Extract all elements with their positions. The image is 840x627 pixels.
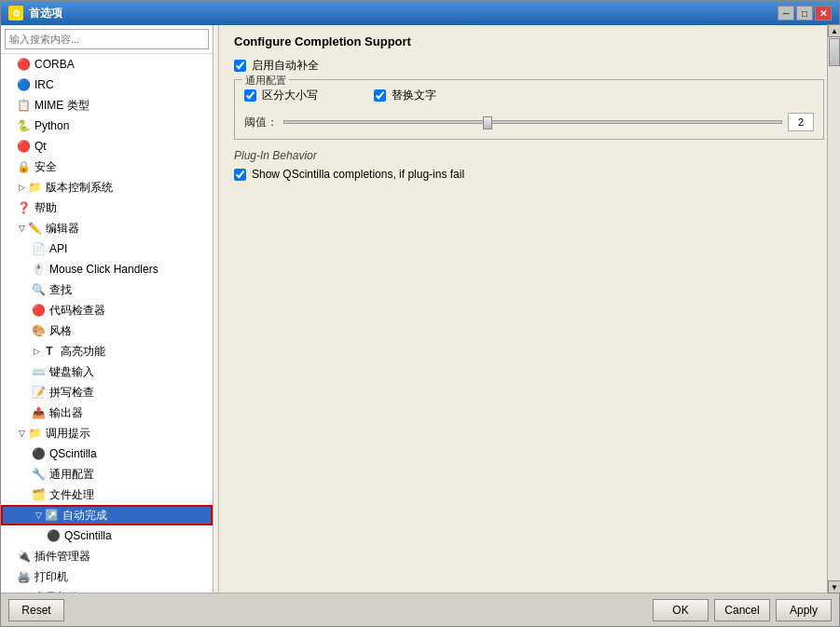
replace-text-checkbox[interactable] bbox=[374, 89, 386, 102]
tree-item-general-config[interactable]: 🔧 通用配置 bbox=[1, 464, 213, 484]
threshold-slider-container bbox=[283, 113, 782, 131]
left-panel: 🔴 CORBA 🔵 IRC 📋 MIME 类型 🐍 Python bbox=[1, 25, 213, 593]
spell-icon: 📝 bbox=[31, 385, 46, 400]
checkbox-columns: 区分大小写 替换文字 bbox=[244, 88, 814, 109]
threshold-row: 阈值： 2 bbox=[244, 113, 814, 131]
enable-autocomplete-label: 启用自动补全 bbox=[252, 58, 319, 74]
style-icon: 🎨 bbox=[31, 323, 46, 338]
vcs-label: 版本控制系统 bbox=[46, 180, 113, 196]
apply-button[interactable]: Apply bbox=[776, 599, 832, 621]
right-scrollbar: ▲ ▼ bbox=[827, 25, 839, 593]
search-label: 查找 bbox=[49, 282, 72, 298]
tree-item-file-handling[interactable]: 🗂️ 文件处理 bbox=[1, 484, 213, 505]
help-icon: ❓ bbox=[16, 200, 31, 215]
tree-item-api[interactable]: 📄 API bbox=[1, 239, 213, 259]
mouse-icon: 🖱️ bbox=[31, 262, 46, 277]
show-qscintilla-checkbox[interactable] bbox=[234, 169, 246, 181]
tree-item-qscintilla2[interactable]: ⚫ QScintilla bbox=[1, 525, 213, 546]
general-config-group: 通用配置 区分大小写 替换文字 阈值： bbox=[234, 79, 824, 140]
cancel-button[interactable]: Cancel bbox=[714, 599, 770, 621]
tree-item-mime[interactable]: 📋 MIME 类型 bbox=[1, 95, 213, 116]
tree-item-irc[interactable]: 🔵 IRC bbox=[1, 75, 213, 95]
right-buttons: OK Cancel Apply bbox=[653, 599, 832, 621]
case-sensitive-checkbox[interactable] bbox=[244, 89, 256, 102]
irc-icon: 🔵 bbox=[16, 77, 31, 92]
tree-item-advanced[interactable]: ▷ T 高亮功能 bbox=[1, 341, 213, 361]
replace-text-row: 替换文字 bbox=[374, 88, 436, 103]
spell-label: 拼写检查 bbox=[49, 385, 94, 401]
search-input[interactable] bbox=[5, 29, 209, 49]
title-bar: ⚙ 首选项 ─ □ ✕ bbox=[1, 1, 839, 25]
plugin-behavior-title: Plug-In Behavior bbox=[234, 149, 824, 162]
reset-button[interactable]: Reset bbox=[8, 599, 64, 621]
tree-item-code-check[interactable]: 🔴 代码检查器 bbox=[1, 300, 213, 320]
threshold-value: 2 bbox=[788, 113, 814, 131]
tree-item-mouse-click[interactable]: 🖱️ Mouse Click Handlers bbox=[1, 259, 213, 279]
tree-item-style[interactable]: 🎨 风格 bbox=[1, 320, 213, 341]
show-qscintilla-row: Show QScintilla completions, if plug-ins… bbox=[234, 168, 824, 181]
main-window: ⚙ 首选项 ─ □ ✕ 🔴 CORBA 🔵 IRC bbox=[0, 0, 840, 627]
keyboard-icon: ⌨️ bbox=[31, 364, 46, 379]
right-panel: Configure Completion Support 启用自动补全 通用配置… bbox=[219, 25, 839, 593]
tree-item-corba[interactable]: 🔴 CORBA bbox=[1, 54, 213, 75]
general-config-icon: 🔧 bbox=[31, 467, 46, 482]
tree-item-editor[interactable]: ▽ ✏️ 编辑器 bbox=[1, 218, 213, 239]
tree-item-help[interactable]: ❓ 帮助 bbox=[1, 198, 213, 218]
code-check-icon: 🔴 bbox=[31, 303, 46, 318]
enable-autocomplete-row: 启用自动补全 bbox=[234, 58, 824, 74]
output-icon: 📤 bbox=[31, 405, 46, 420]
tree-item-calltip[interactable]: ▽ 📁 调用提示 bbox=[1, 423, 213, 443]
search-icon: 🔍 bbox=[31, 282, 46, 297]
maximize-button[interactable]: □ bbox=[796, 6, 813, 20]
window-controls: ─ □ ✕ bbox=[778, 6, 832, 20]
tree-item-qscintilla1[interactable]: ⚫ QScintilla bbox=[1, 443, 213, 464]
tree-item-keyboard[interactable]: ⌨️ 键盘输入 bbox=[1, 361, 213, 382]
mime-icon: 📋 bbox=[16, 98, 31, 113]
ok-button[interactable]: OK bbox=[653, 599, 709, 621]
scroll-down-button[interactable]: ▼ bbox=[828, 580, 839, 593]
api-icon: 📄 bbox=[31, 241, 46, 256]
printer-icon: 🖨️ bbox=[16, 569, 31, 584]
mime-label: MIME 类型 bbox=[34, 98, 90, 114]
scroll-up-button[interactable]: ▲ bbox=[828, 25, 839, 37]
tree-item-printer[interactable]: 🖨️ 打印机 bbox=[1, 566, 213, 587]
tree-item-vcs[interactable]: ▷ 📁 版本控制系统 bbox=[1, 177, 213, 198]
minimize-button[interactable]: ─ bbox=[778, 6, 794, 20]
qscintilla1-icon: ⚫ bbox=[31, 446, 46, 461]
advanced-icon: T bbox=[42, 344, 57, 359]
tree-item-spell[interactable]: 📝 拼写检查 bbox=[1, 382, 213, 402]
window-icon: ⚙ bbox=[8, 6, 23, 20]
corba-icon: 🔴 bbox=[16, 57, 31, 72]
qscintilla1-label: QScintilla bbox=[49, 447, 97, 460]
tree-item-python[interactable]: 🐍 Python bbox=[1, 116, 213, 136]
help-label: 帮助 bbox=[34, 200, 57, 216]
printer-label: 打印机 bbox=[34, 569, 68, 585]
qt-label: Qt bbox=[34, 140, 47, 153]
tree-item-security[interactable]: 🔒 安全 bbox=[1, 157, 213, 177]
scroll-track bbox=[828, 37, 839, 580]
right-content: Configure Completion Support 启用自动补全 通用配置… bbox=[219, 25, 839, 593]
code-check-label: 代码检查器 bbox=[49, 303, 105, 319]
api-label: API bbox=[49, 242, 67, 255]
enable-autocomplete-checkbox[interactable] bbox=[234, 60, 246, 72]
keyboard-label: 键盘输入 bbox=[49, 364, 94, 380]
tree-item-autocomplete[interactable]: ▽ ↗️ 自动完成 bbox=[1, 505, 213, 525]
autocomplete-icon: ↗️ bbox=[44, 508, 59, 523]
mouse-click-label: Mouse Click Handlers bbox=[49, 263, 158, 276]
calltip-label: 调用提示 bbox=[46, 426, 90, 442]
case-sensitive-label: 区分大小写 bbox=[262, 88, 318, 103]
style-label: 风格 bbox=[49, 323, 72, 339]
scroll-thumb[interactable] bbox=[829, 38, 840, 66]
threshold-slider-thumb[interactable] bbox=[483, 116, 492, 129]
plugins-icon: 🔌 bbox=[16, 549, 31, 564]
general-config-label: 通用配置 bbox=[49, 467, 94, 483]
tree-item-qt[interactable]: 🔴 Qt bbox=[1, 136, 213, 157]
editor-arrow: ▽ bbox=[16, 223, 27, 234]
close-button[interactable]: ✕ bbox=[815, 6, 832, 20]
tree-item-output[interactable]: 📤 输出器 bbox=[1, 402, 213, 423]
tree-item-plugins[interactable]: 🔌 插件管理器 bbox=[1, 546, 213, 566]
tree-item-search[interactable]: 🔍 查找 bbox=[1, 279, 213, 300]
corba-label: CORBA bbox=[34, 58, 75, 71]
panel-title: Configure Completion Support bbox=[234, 34, 824, 48]
advanced-arrow: ▷ bbox=[31, 346, 42, 357]
